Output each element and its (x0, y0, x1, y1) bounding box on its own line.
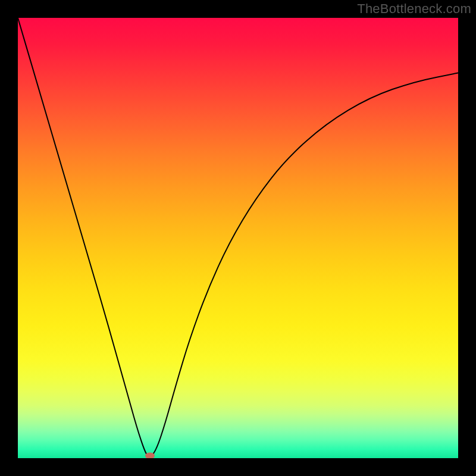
curve-path (18, 18, 458, 457)
minimum-marker (145, 453, 155, 458)
bottleneck-curve (18, 18, 458, 458)
plot-area (18, 18, 458, 458)
chart-frame: TheBottleneck.com (0, 0, 476, 476)
watermark-label: TheBottleneck.com (357, 1, 471, 17)
